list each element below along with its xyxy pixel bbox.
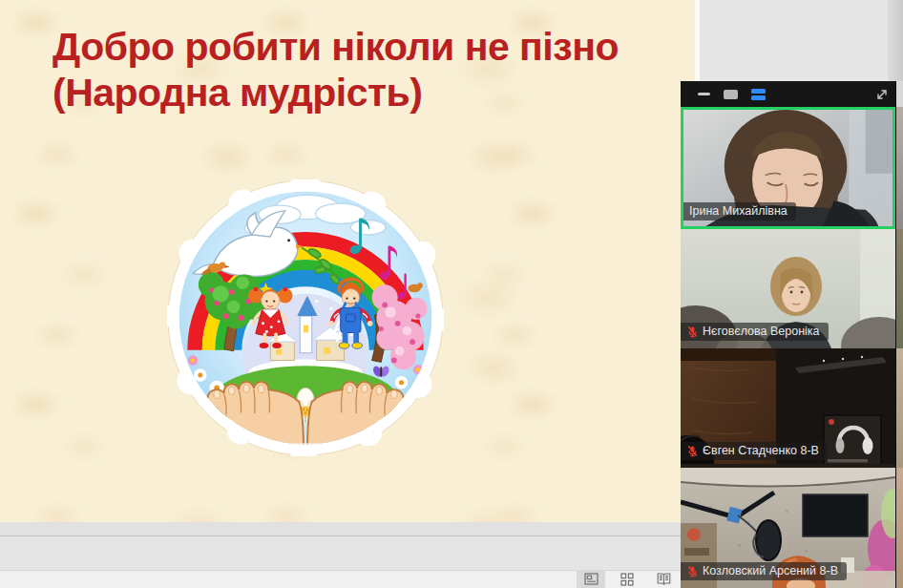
- participant-name-label: Євген Стадченко 8-В: [681, 442, 828, 460]
- slide-title-line2: (Народна мудрість): [52, 71, 663, 116]
- view-switcher: [577, 570, 678, 588]
- participant-name-label: Козловский Арсений 8-В: [681, 562, 847, 580]
- speaker-view-icon[interactable]: [724, 90, 738, 99]
- screen: Добро робити ніколи не пізно (Народна му…: [0, 0, 903, 588]
- mic-muted-icon: [686, 326, 699, 338]
- video-panel: Ірина Михайлівна: [681, 81, 895, 588]
- partial-video-column: [895, 81, 903, 588]
- slide-title-line1: Добро робити ніколи не пізно: [52, 25, 663, 71]
- presentation-slide: Добро робити ніколи не пізно (Народна му…: [0, 0, 695, 522]
- participant-tile-3[interactable]: Євген Стадченко 8-В: [681, 348, 895, 468]
- participant-name: Нєговєлова Вероніка: [703, 325, 820, 338]
- participant-name-label: Ірина Михайлівна: [683, 202, 796, 220]
- gallery-view-icon[interactable]: [779, 87, 793, 101]
- participant-tile-2[interactable]: Нєговєлова Вероніка: [681, 229, 895, 348]
- normal-view-button[interactable]: [577, 570, 605, 588]
- strip-view-icon[interactable]: [751, 89, 766, 100]
- mic-muted-icon: [686, 565, 699, 578]
- participant-name: Козловский Арсений 8-В: [703, 564, 838, 578]
- reading-view-button[interactable]: [649, 570, 678, 588]
- participant-name: Євген Стадченко 8-В: [703, 444, 819, 457]
- scrollbar-area[interactable]: [888, 0, 903, 81]
- slide-title: Добро робити ніколи не пізно (Народна му…: [52, 25, 663, 116]
- fullscreen-icon[interactable]: [875, 88, 889, 101]
- slide-illustration: [167, 179, 444, 456]
- minimize-icon[interactable]: [698, 93, 710, 95]
- reading-view-icon: [657, 573, 671, 585]
- normal-view-icon: [584, 573, 598, 585]
- slide-sorter-icon: [620, 573, 634, 586]
- participant-tile-1[interactable]: Ірина Михайлівна: [681, 107, 895, 229]
- mic-muted-icon: [686, 445, 699, 457]
- participant-name-label: Нєговєлова Вероніка: [681, 323, 829, 341]
- video-toolbar: [681, 81, 895, 107]
- participant-tiles: Ірина Михайлівна: [681, 107, 895, 588]
- participant-tile-4[interactable]: Козловский Арсений 8-В: [681, 468, 895, 588]
- slide-sorter-button[interactable]: [613, 570, 641, 588]
- participant-name: Ірина Михайлівна: [689, 204, 788, 218]
